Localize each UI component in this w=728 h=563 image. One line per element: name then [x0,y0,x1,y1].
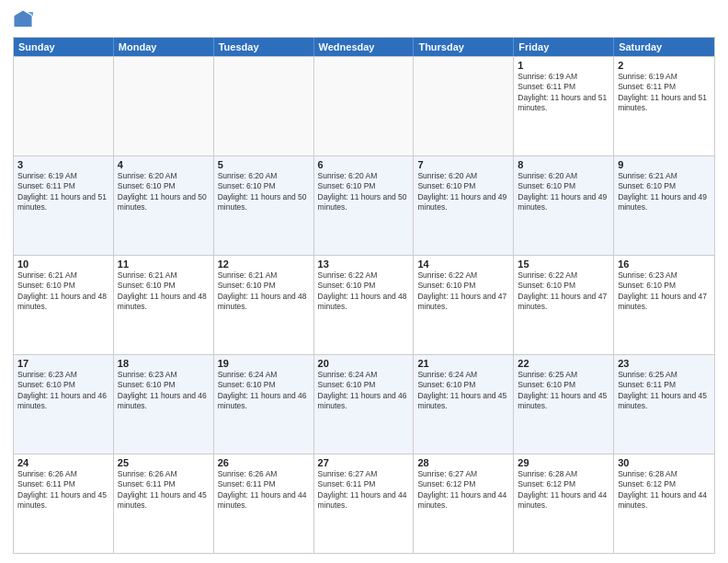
day-info: Sunrise: 6:20 AM Sunset: 6:10 PM Dayligh… [417,171,509,213]
day-number: 15 [518,259,609,270]
cal-cell-empty-0-0 [14,57,114,155]
cal-cell-20: 20Sunrise: 6:24 AM Sunset: 6:10 PM Dayli… [314,355,415,454]
day-info: Sunrise: 6:25 AM Sunset: 6:11 PM Dayligh… [618,370,711,412]
day-info: Sunrise: 6:24 AM Sunset: 6:10 PM Dayligh… [218,370,310,412]
day-info: Sunrise: 6:21 AM Sunset: 6:10 PM Dayligh… [118,270,210,313]
day-info: Sunrise: 6:22 AM Sunset: 6:10 PM Dayligh… [518,270,609,313]
cal-cell-24: 24Sunrise: 6:26 AM Sunset: 6:11 PM Dayli… [14,454,114,553]
day-number: 12 [218,259,310,270]
day-info: Sunrise: 6:24 AM Sunset: 6:10 PM Dayligh… [318,370,410,412]
day-number: 18 [118,358,210,369]
cal-cell-14: 14Sunrise: 6:22 AM Sunset: 6:10 PM Dayli… [414,256,514,354]
day-number: 14 [417,259,509,270]
day-number: 16 [618,259,711,270]
page: SundayMondayTuesdayWednesdayThursdayFrid… [0,0,728,563]
day-info: Sunrise: 6:27 AM Sunset: 6:12 PM Dayligh… [417,469,509,511]
calendar: SundayMondayTuesdayWednesdayThursdayFrid… [13,37,715,554]
calendar-header: SundayMondayTuesdayWednesdayThursdayFrid… [14,38,714,56]
day-number: 5 [218,159,310,170]
day-info: Sunrise: 6:22 AM Sunset: 6:10 PM Dayligh… [417,270,509,313]
cal-cell-16: 16Sunrise: 6:23 AM Sunset: 6:10 PM Dayli… [614,256,714,354]
day-number: 29 [518,457,609,468]
day-info: Sunrise: 6:19 AM Sunset: 6:11 PM Dayligh… [518,72,609,114]
day-number: 25 [118,457,210,468]
cal-cell-empty-0-1 [114,57,214,155]
cal-cell-15: 15Sunrise: 6:22 AM Sunset: 6:10 PM Dayli… [514,256,614,354]
cal-cell-27: 27Sunrise: 6:27 AM Sunset: 6:11 PM Dayli… [314,454,415,553]
cal-cell-7: 7Sunrise: 6:20 AM Sunset: 6:10 PM Daylig… [414,156,514,255]
day-number: 8 [518,159,609,170]
calendar-row-1: 3Sunrise: 6:19 AM Sunset: 6:11 PM Daylig… [14,155,714,255]
day-info: Sunrise: 6:23 AM Sunset: 6:10 PM Dayligh… [17,370,109,412]
day-info: Sunrise: 6:23 AM Sunset: 6:10 PM Dayligh… [118,370,210,412]
day-number: 26 [218,457,310,468]
day-info: Sunrise: 6:20 AM Sunset: 6:10 PM Dayligh… [118,171,210,213]
day-number: 10 [17,259,109,270]
cal-cell-26: 26Sunrise: 6:26 AM Sunset: 6:11 PM Dayli… [214,454,314,553]
cal-cell-6: 6Sunrise: 6:20 AM Sunset: 6:10 PM Daylig… [314,156,415,255]
cal-cell-21: 21Sunrise: 6:24 AM Sunset: 6:10 PM Dayli… [414,355,514,454]
day-number: 2 [618,60,711,71]
cal-cell-4: 4Sunrise: 6:20 AM Sunset: 6:10 PM Daylig… [114,156,214,255]
day-info: Sunrise: 6:26 AM Sunset: 6:11 PM Dayligh… [118,469,210,511]
header-monday: Monday [114,38,214,56]
cal-cell-1: 1Sunrise: 6:19 AM Sunset: 6:11 PM Daylig… [514,57,614,155]
day-number: 30 [618,457,711,468]
calendar-row-0: 1Sunrise: 6:19 AM Sunset: 6:11 PM Daylig… [14,56,714,155]
cal-cell-8: 8Sunrise: 6:20 AM Sunset: 6:10 PM Daylig… [514,156,614,255]
cal-cell-9: 9Sunrise: 6:21 AM Sunset: 6:10 PM Daylig… [614,156,714,255]
day-info: Sunrise: 6:21 AM Sunset: 6:10 PM Dayligh… [218,270,310,313]
header-tuesday: Tuesday [214,38,314,56]
day-info: Sunrise: 6:22 AM Sunset: 6:10 PM Dayligh… [318,270,410,313]
calendar-body: 1Sunrise: 6:19 AM Sunset: 6:11 PM Daylig… [14,56,714,553]
cal-cell-25: 25Sunrise: 6:26 AM Sunset: 6:11 PM Dayli… [114,454,214,553]
day-info: Sunrise: 6:28 AM Sunset: 6:12 PM Dayligh… [518,469,609,511]
cal-cell-19: 19Sunrise: 6:24 AM Sunset: 6:10 PM Dayli… [214,355,314,454]
day-number: 3 [17,159,109,170]
cal-cell-22: 22Sunrise: 6:25 AM Sunset: 6:10 PM Dayli… [514,355,614,454]
cal-cell-23: 23Sunrise: 6:25 AM Sunset: 6:11 PM Dayli… [614,355,714,454]
day-info: Sunrise: 6:27 AM Sunset: 6:11 PM Dayligh… [318,469,410,511]
day-number: 22 [518,358,609,369]
day-number: 21 [417,358,509,369]
day-number: 19 [218,358,310,369]
day-number: 23 [618,358,711,369]
logo [13,9,37,29]
calendar-row-2: 10Sunrise: 6:21 AM Sunset: 6:10 PM Dayli… [14,255,714,354]
logo-icon [13,9,33,29]
cal-cell-30: 30Sunrise: 6:28 AM Sunset: 6:12 PM Dayli… [614,454,714,553]
cal-cell-5: 5Sunrise: 6:20 AM Sunset: 6:10 PM Daylig… [214,156,314,255]
day-number: 24 [17,457,109,468]
day-number: 1 [518,60,609,71]
day-info: Sunrise: 6:20 AM Sunset: 6:10 PM Dayligh… [218,171,310,213]
header [13,9,715,29]
day-number: 20 [318,358,410,369]
header-wednesday: Wednesday [314,38,415,56]
day-number: 6 [318,159,410,170]
day-number: 28 [417,457,509,468]
day-info: Sunrise: 6:21 AM Sunset: 6:10 PM Dayligh… [17,270,109,313]
day-number: 27 [318,457,410,468]
cal-cell-empty-0-4 [414,57,514,155]
day-info: Sunrise: 6:20 AM Sunset: 6:10 PM Dayligh… [518,171,609,213]
day-info: Sunrise: 6:26 AM Sunset: 6:11 PM Dayligh… [17,469,109,511]
calendar-row-3: 17Sunrise: 6:23 AM Sunset: 6:10 PM Dayli… [14,354,714,454]
calendar-row-4: 24Sunrise: 6:26 AM Sunset: 6:11 PM Dayli… [14,454,714,553]
day-info: Sunrise: 6:20 AM Sunset: 6:10 PM Dayligh… [318,171,410,213]
svg-marker-0 [14,10,31,27]
day-info: Sunrise: 6:26 AM Sunset: 6:11 PM Dayligh… [218,469,310,511]
cal-cell-11: 11Sunrise: 6:21 AM Sunset: 6:10 PM Dayli… [114,256,214,354]
cal-cell-13: 13Sunrise: 6:22 AM Sunset: 6:10 PM Dayli… [314,256,415,354]
cal-cell-10: 10Sunrise: 6:21 AM Sunset: 6:10 PM Dayli… [14,256,114,354]
cal-cell-17: 17Sunrise: 6:23 AM Sunset: 6:10 PM Dayli… [14,355,114,454]
cal-cell-12: 12Sunrise: 6:21 AM Sunset: 6:10 PM Dayli… [214,256,314,354]
cal-cell-empty-0-3 [314,57,415,155]
cal-cell-28: 28Sunrise: 6:27 AM Sunset: 6:12 PM Dayli… [414,454,514,553]
header-friday: Friday [514,38,614,56]
cal-cell-3: 3Sunrise: 6:19 AM Sunset: 6:11 PM Daylig… [14,156,114,255]
day-number: 4 [118,159,210,170]
cal-cell-29: 29Sunrise: 6:28 AM Sunset: 6:12 PM Dayli… [514,454,614,553]
day-info: Sunrise: 6:23 AM Sunset: 6:10 PM Dayligh… [618,270,711,313]
day-info: Sunrise: 6:19 AM Sunset: 6:11 PM Dayligh… [17,171,109,213]
header-saturday: Saturday [614,38,714,56]
